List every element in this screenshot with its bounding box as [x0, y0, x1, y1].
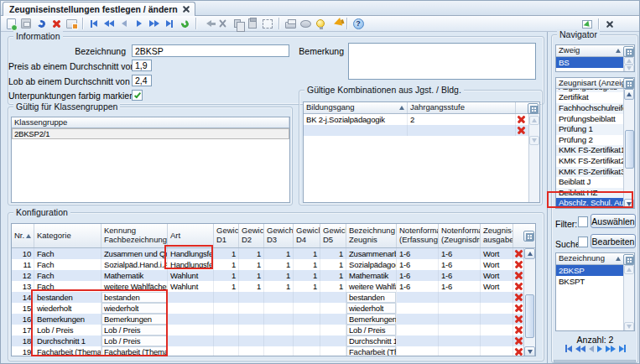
zweig-scrollbar[interactable] — [623, 57, 634, 72]
filter-input[interactable] — [578, 216, 588, 227]
print-button[interactable] — [283, 17, 298, 31]
navigate-back-button[interactable] — [200, 17, 215, 31]
delete-row-icon[interactable] — [514, 293, 523, 302]
scroll-down-button[interactable] — [624, 322, 634, 331]
bearbeiten-button[interactable]: Bearbeiten — [591, 234, 636, 248]
delete-button[interactable] — [49, 17, 64, 31]
konfiguration-row[interactable]: 13 Fach weitere Wahlfächer Wahlunt 1 1 1… — [12, 281, 535, 292]
zeugnisart-item[interactable]: Zertifikat — [556, 92, 625, 103]
column-header-notenformat-erfassung[interactable]: Notenformat (Erfassung) — [397, 224, 439, 247]
konfiguration-row[interactable]: 12 Fach Mathematik Wahlunt 1 1 1 1 1 Mat… — [12, 270, 535, 281]
hint-button[interactable] — [313, 17, 328, 31]
last-record-button[interactable] — [162, 17, 177, 31]
delete-row-icon[interactable] — [514, 260, 523, 269]
kombination-row[interactable] — [304, 125, 539, 136]
preis-input[interactable] — [132, 60, 152, 71]
help-button[interactable]: ? — [351, 17, 366, 31]
scrollbar-thumb[interactable] — [525, 294, 534, 338]
scrollbar-thumb[interactable] — [625, 130, 634, 169]
lob-input[interactable] — [132, 75, 152, 86]
kombination-row[interactable]: BK 2-j.Sozialpädagogik 2 — [304, 114, 539, 125]
column-header-bildungsgang[interactable]: Bildungsgang — [304, 102, 408, 113]
copy-button[interactable] — [230, 17, 245, 31]
column-header-gewicht-d4[interactable]: Gewicht D4 — [294, 224, 320, 247]
column-header-zeugnisart[interactable]: Zeugnisart (Anzeigefor... — [556, 78, 623, 88]
scroll-down-button[interactable] — [529, 136, 539, 145]
bottom-resize-strip[interactable] — [554, 360, 636, 362]
konfiguration-scrollbar[interactable] — [523, 248, 535, 356]
column-header-zweig[interactable]: Zweig — [556, 45, 623, 56]
cut-button[interactable] — [215, 17, 230, 31]
kombinationen-grid-picker-button[interactable] — [528, 103, 539, 114]
delete-row-icon[interactable] — [514, 325, 523, 335]
preview-button[interactable] — [298, 17, 313, 31]
delete-row-icon[interactable] — [514, 347, 523, 356]
close-view-button[interactable] — [602, 17, 617, 31]
zweig-grid-picker-button[interactable] — [623, 46, 634, 57]
delete-row-icon[interactable] — [517, 126, 526, 135]
konfiguration-row[interactable]: 10 Fach Zusammen und Quali... Handlungsf… — [12, 248, 535, 259]
tab-close-icon[interactable] — [183, 6, 190, 13]
scroll-up-button[interactable] — [529, 116, 539, 125]
bemerkung-textarea[interactable] — [348, 43, 536, 80]
next-record-button[interactable] — [597, 346, 602, 352]
delete-row-icon[interactable] — [514, 315, 523, 324]
column-header-klassengruppe[interactable]: Klassengruppe — [12, 117, 289, 127]
zeugnisart-grid-picker-button[interactable] — [623, 78, 634, 89]
bezeichnung-scrollbar[interactable] — [623, 265, 634, 331]
bezeichnung-grid-picker-button[interactable] — [623, 254, 634, 265]
zeugnisart-scrollbar[interactable] — [623, 89, 634, 209]
scroll-up-button[interactable] — [524, 248, 535, 259]
scroll-up-button[interactable] — [624, 89, 634, 100]
column-header-gewicht-d1[interactable]: Gewicht D1 — [214, 224, 239, 247]
delete-row-icon[interactable] — [514, 271, 523, 280]
column-header-art[interactable]: Art — [168, 224, 214, 247]
konfiguration-row[interactable]: 15 wiederholt wiederholt wiederholt — [12, 303, 535, 314]
konfiguration-row[interactable]: 17 Lob / Preis Lob / Preis Lob / Preis — [12, 325, 535, 335]
column-header-zeugnisausgabe[interactable]: Zeugnis- ausgabe — [481, 224, 513, 247]
refresh-button[interactable] — [177, 17, 192, 31]
column-header-notenformat-zeugnisdruck[interactable]: Notenformat (Zeugnisdruck) — [439, 224, 481, 247]
column-header-bezeichnung[interactable]: Bezeichnung — [556, 253, 623, 264]
next-record-button[interactable] — [132, 17, 147, 31]
undo-button[interactable] — [34, 17, 49, 31]
select-button[interactable] — [260, 17, 275, 31]
zeugnisart-item[interactable]: Prüfung 1 — [556, 124, 625, 135]
zeugnisart-item[interactable]: Beiblatt J — [556, 177, 625, 188]
fast-prev-button[interactable] — [101, 17, 117, 31]
scroll-down-button[interactable] — [624, 65, 634, 72]
unterpunktungen-checkbox[interactable] — [132, 90, 143, 101]
form-button[interactable] — [64, 17, 79, 31]
first-record-button[interactable] — [86, 17, 101, 31]
konfiguration-grid-picker-button[interactable] — [523, 231, 534, 242]
scroll-down-button[interactable] — [624, 199, 634, 209]
fast-next-button[interactable] — [147, 17, 162, 31]
suche-input[interactable] — [578, 237, 588, 247]
zeugnisart-item[interactable]: KMK FS-Zertifikat3 — [556, 167, 625, 178]
prev-record-button[interactable] — [117, 17, 132, 31]
bezeichnung-row[interactable]: 2BKSP — [556, 265, 625, 276]
fast-next-button[interactable] — [606, 346, 616, 352]
zeugnisart-item[interactable]: Fachhochschulreife — [556, 103, 625, 114]
column-header-nr[interactable]: Nr. — [12, 224, 34, 247]
prev-record-button[interactable] — [589, 346, 594, 352]
auswaehlen-button[interactable]: Auswählen — [591, 214, 636, 228]
fast-prev-button[interactable] — [575, 346, 585, 352]
zweig-row[interactable]: BS — [556, 57, 625, 68]
paste-button[interactable] — [245, 17, 260, 31]
konfiguration-row[interactable]: 16 Bemerkungen Bemerkungen Bemerkungen — [12, 314, 535, 325]
column-header-gewicht-d5[interactable]: Gewicht D5 — [320, 224, 346, 247]
zeugnisart-item[interactable]: Abschlz. Schul. Ausbildg. — [556, 198, 625, 209]
kombinationen-scrollbar[interactable] — [528, 114, 539, 203]
delete-row-icon[interactable] — [514, 304, 523, 313]
konfiguration-row[interactable]: 19 Facharbeit (Thema) Facharbeit (Thema)… — [12, 346, 535, 356]
zeugnisart-item[interactable]: Prüfungsbeiblatt — [556, 114, 625, 125]
last-record-button[interactable] — [619, 345, 626, 352]
bezeichnung-row[interactable]: BKSPT — [556, 276, 625, 287]
column-header-jahrgangsstufe[interactable]: Jahrgangsstufe — [408, 102, 516, 113]
delete-row-icon[interactable] — [514, 336, 523, 346]
column-header-bezeichnung-zeugnis[interactable]: Bezeichnung Zeugnis — [346, 224, 397, 247]
delete-row-icon[interactable] — [514, 282, 523, 291]
column-header-kennung[interactable]: Kennung Fachbezeichnung — [101, 224, 168, 247]
konfiguration-row[interactable]: 14 bestanden bestanden bestanden — [12, 292, 535, 303]
